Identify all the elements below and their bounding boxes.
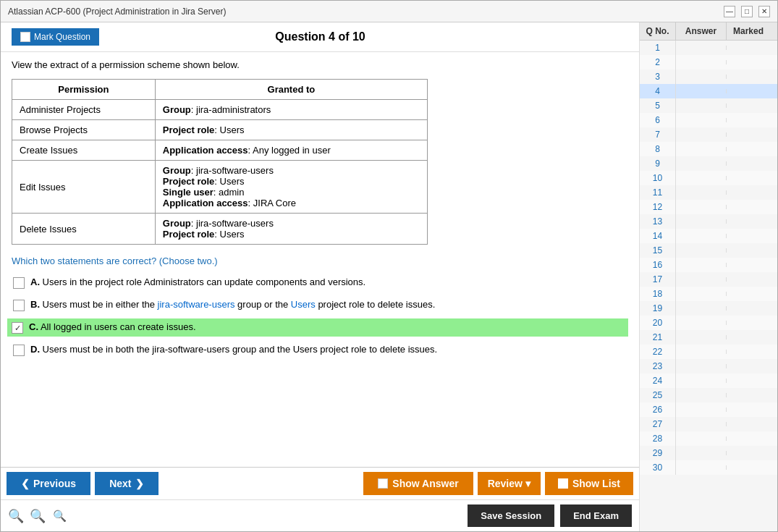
right-panel-header: Q No. Answer Marked (640, 22, 777, 41)
question-list-item[interactable]: 19 (640, 301, 777, 316)
q-marked (727, 465, 770, 470)
question-list-item[interactable]: 13 (640, 214, 777, 229)
question-list-item[interactable]: 26 (640, 402, 777, 417)
zoom-reset-button[interactable]: 🔍 (30, 508, 46, 524)
close-button[interactable]: ✕ (758, 6, 770, 17)
q-num: 16 (640, 258, 676, 272)
question-list-item[interactable]: 15 (640, 243, 777, 258)
question-list-item[interactable]: 1 (640, 41, 777, 55)
question-list-item[interactable]: 3 (640, 69, 777, 84)
q-answer (676, 46, 727, 50)
q-marked (727, 161, 770, 166)
q-marked (727, 132, 770, 137)
checkbox-d[interactable] (13, 345, 25, 356)
q-num: 29 (640, 446, 676, 460)
q-num: 8 (640, 142, 676, 156)
q-answer (676, 321, 727, 325)
question-list-item[interactable]: 27 (640, 417, 777, 431)
mark-question-button[interactable]: Mark Question (12, 28, 99, 46)
question-list-item[interactable]: 30 (640, 460, 777, 475)
show-list-button[interactable]: ✓ Show List (545, 472, 633, 495)
save-session-button[interactable]: Save Session (468, 504, 554, 527)
question-list-item[interactable]: 10 (640, 171, 777, 185)
show-answer-icon (378, 478, 388, 489)
q-marked (727, 234, 770, 238)
perm-create-issues: Create Issues (12, 140, 156, 161)
q-answer (676, 422, 727, 426)
question-list-item[interactable]: 28 (640, 431, 777, 446)
question-list-item[interactable]: 14 (640, 229, 777, 243)
q-num: 14 (640, 229, 676, 243)
minimize-button[interactable]: — (724, 6, 735, 17)
review-button[interactable]: Review (478, 472, 541, 495)
q-answer (676, 104, 727, 108)
previous-button[interactable]: Previous (7, 472, 90, 495)
question-list-item[interactable]: 25 (640, 388, 777, 402)
perm-administer-projects: Administer Projects (12, 100, 156, 120)
show-list-check-icon: ✓ (558, 478, 568, 489)
question-list-item[interactable]: 17 (640, 272, 777, 287)
table-row: Delete Issues Group: jira-software-users… (12, 214, 428, 245)
question-list-item[interactable]: 29 (640, 446, 777, 460)
answer-option-d[interactable]: D. Users must be in both the jira-softwa… (12, 341, 628, 359)
q-num: 4 (640, 84, 676, 98)
grant-delete-issues: Group: jira-software-users Project role:… (155, 214, 427, 245)
title-bar: Atlassian ACP-600 (Project Administratio… (1, 1, 777, 22)
question-list-item[interactable]: 4 (640, 84, 777, 98)
answer-text-b: B. Users must be in either the jira-soft… (30, 299, 435, 310)
answer-option-b[interactable]: B. Users must be in either the jira-soft… (12, 296, 628, 314)
end-exam-button[interactable]: End Exam (560, 504, 632, 527)
question-list-item[interactable]: 8 (640, 142, 777, 156)
next-button[interactable]: Next (95, 472, 158, 495)
q-answer (676, 75, 727, 79)
table-row: Browse Projects Project role: Users (12, 120, 428, 140)
question-list-item[interactable]: 18 (640, 287, 777, 301)
q-answer (676, 248, 727, 253)
q-num: 13 (640, 214, 676, 229)
q-num: 21 (640, 330, 676, 345)
show-answer-button[interactable]: Show Answer (363, 472, 473, 495)
answer-text-a: A. Users in the project role Administrat… (30, 276, 365, 287)
question-list-item[interactable]: 22 (640, 345, 777, 359)
question-list-item[interactable]: 11 (640, 185, 777, 200)
question-list-item[interactable]: 6 (640, 113, 777, 127)
q-answer (676, 393, 727, 397)
q-marked (727, 263, 770, 267)
q-marked (727, 306, 770, 311)
q-answer (676, 436, 727, 441)
col-header-marked: Marked (727, 22, 770, 40)
question-list-item[interactable]: 23 (640, 359, 777, 373)
question-list-item[interactable]: 9 (640, 156, 777, 171)
q-num: 7 (640, 127, 676, 142)
q-answer (676, 190, 727, 195)
q-marked (727, 393, 770, 397)
q-num: 25 (640, 388, 676, 402)
question-title: Question 4 of 10 (275, 30, 365, 43)
prev-arrow-icon (21, 478, 30, 489)
answer-option-c[interactable]: C. All logged in users can create issues… (7, 318, 628, 337)
question-list-item[interactable]: 5 (640, 98, 777, 113)
q-answer (676, 234, 727, 238)
q-marked (727, 118, 770, 122)
zoom-in-button[interactable]: 🔍 (8, 508, 24, 524)
q-marked (727, 147, 770, 151)
question-list-item[interactable]: 24 (640, 373, 777, 388)
question-list-item[interactable]: 20 (640, 316, 777, 330)
q-num: 27 (640, 417, 676, 431)
zoom-out-button[interactable]: 🔍 (53, 509, 67, 523)
question-list-item[interactable]: 2 (640, 55, 777, 69)
question-list-item[interactable]: 12 (640, 200, 777, 214)
checkbox-a[interactable] (13, 277, 25, 289)
q-num: 19 (640, 301, 676, 316)
checkbox-c[interactable] (12, 322, 23, 334)
question-list-item[interactable]: 16 (640, 258, 777, 272)
q-marked (727, 408, 770, 412)
checkbox-b[interactable] (13, 300, 25, 311)
answer-option-a[interactable]: A. Users in the project role Administrat… (12, 274, 628, 292)
question-list-item[interactable]: 21 (640, 330, 777, 345)
q-marked (727, 219, 770, 224)
question-list[interactable]: 1 2 3 4 5 6 7 8 (640, 41, 777, 531)
table-header-granted: Granted to (155, 80, 427, 100)
maximize-button[interactable]: □ (741, 6, 753, 17)
question-list-item[interactable]: 7 (640, 127, 777, 142)
